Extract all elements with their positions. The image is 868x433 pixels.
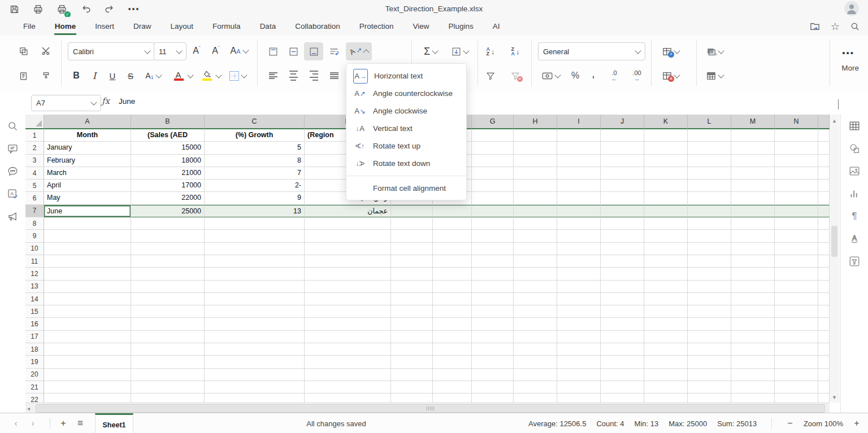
borders-button[interactable] [225, 67, 251, 84]
bold-button[interactable]: B [68, 67, 85, 84]
cell-I5[interactable] [557, 180, 601, 192]
cell-N15[interactable] [775, 305, 818, 318]
cell-E14[interactable] [391, 293, 433, 305]
chart-settings-button[interactable] [841, 182, 868, 205]
cell-M19[interactable] [731, 356, 775, 368]
cell-M18[interactable] [731, 343, 775, 356]
cell-A10[interactable] [44, 243, 131, 255]
cell-B16[interactable] [131, 318, 205, 330]
row-header-11[interactable]: 11 [25, 255, 44, 268]
cell-N20[interactable] [775, 369, 818, 381]
cell-name-box[interactable]: A7 [31, 95, 101, 111]
cell-B18[interactable] [131, 343, 205, 356]
cell-A7[interactable]: June [44, 205, 131, 217]
cell-A1[interactable]: Month [44, 129, 131, 142]
cell-H7[interactable] [514, 205, 557, 217]
user-avatar[interactable] [844, 1, 859, 16]
clear-filter-button[interactable]: ✕ [505, 67, 526, 84]
row-header-2[interactable]: 2 [25, 142, 44, 154]
cell-K16[interactable] [644, 318, 688, 330]
menu-item-horizontal-text[interactable]: A→Horizontal text [346, 67, 466, 85]
cell-K8[interactable] [644, 217, 688, 230]
cell-partial-r13[interactable] [818, 281, 830, 293]
cell-partial-r12[interactable] [818, 268, 830, 280]
align-middle-button[interactable] [284, 42, 303, 60]
cell-D22[interactable] [305, 393, 391, 403]
cell-L14[interactable] [688, 293, 731, 305]
cell-M6[interactable] [731, 192, 775, 204]
cell-H1[interactable] [514, 129, 557, 142]
menu-item-rotate-text-up[interactable]: A↑Rotate text up [346, 137, 466, 155]
zoom-out-button[interactable]: − [785, 418, 795, 428]
cell-B10[interactable] [131, 243, 205, 255]
cell-G8[interactable] [472, 217, 514, 230]
menu-item-vertical-text[interactable]: ↓AVertical text [346, 120, 466, 137]
cell-J15[interactable] [601, 305, 644, 318]
cell-D13[interactable] [305, 281, 391, 293]
cell-L15[interactable] [688, 305, 731, 318]
cell-M20[interactable] [731, 369, 775, 381]
column-header-M[interactable]: M [731, 115, 775, 129]
cell-L21[interactable] [688, 381, 731, 393]
cell-H6[interactable] [514, 192, 557, 204]
fill-down-button[interactable] [446, 42, 474, 60]
search-panel-button[interactable] [0, 115, 25, 137]
cell-H5[interactable] [514, 180, 557, 192]
cell-L9[interactable] [688, 230, 731, 242]
align-right-button[interactable] [304, 67, 323, 84]
cell-F17[interactable] [433, 331, 472, 343]
save-button[interactable] [7, 2, 21, 16]
cell-K12[interactable] [644, 268, 688, 280]
copy-button[interactable] [15, 42, 32, 59]
cell-E7[interactable] [391, 205, 433, 217]
cell-partial-r14[interactable] [818, 293, 830, 305]
cell-K13[interactable] [644, 281, 688, 293]
cell-N14[interactable] [775, 293, 818, 305]
decrease-font-size-button[interactable]: Aˇ [207, 42, 225, 59]
sort-ascending-button[interactable]: AZ↓ [480, 42, 501, 60]
cell-K10[interactable] [644, 243, 688, 255]
cell-H14[interactable] [514, 293, 557, 305]
cell-N7[interactable] [775, 205, 818, 217]
cell-J3[interactable] [601, 155, 644, 167]
redo-button[interactable] [102, 2, 116, 16]
cell-C12[interactable] [205, 268, 305, 280]
cell-G1[interactable] [472, 129, 514, 142]
cell-D12[interactable] [305, 268, 391, 280]
cell-H12[interactable] [514, 268, 557, 280]
zoom-level[interactable]: Zoom 100% [804, 419, 843, 428]
cell-F16[interactable] [433, 318, 472, 330]
cell-A4[interactable]: March [44, 167, 131, 180]
cell-D21[interactable] [305, 381, 391, 393]
cell-J21[interactable] [601, 381, 644, 393]
cell-K20[interactable] [644, 369, 688, 381]
cell-partial-r6[interactable] [818, 192, 830, 204]
favorite-star-button[interactable]: ☆ [831, 20, 840, 33]
cell-N22[interactable] [775, 393, 818, 403]
cell-K1[interactable] [644, 129, 688, 142]
cell-G12[interactable] [472, 268, 514, 280]
cell-G2[interactable] [472, 142, 514, 154]
tab-protection[interactable]: Protection [352, 17, 401, 36]
row-header-18[interactable]: 18 [25, 343, 44, 356]
select-all-corner[interactable] [25, 115, 44, 129]
accounting-style-button[interactable] [538, 67, 564, 84]
cell-partial-r2[interactable] [818, 142, 830, 154]
cell-partial-r16[interactable] [818, 318, 830, 330]
cell-C3[interactable]: 8 [205, 155, 305, 167]
cell-B19[interactable] [131, 356, 205, 368]
tab-data[interactable]: Data [253, 17, 284, 36]
cut-button[interactable] [37, 42, 54, 59]
cell-E11[interactable] [391, 255, 433, 268]
cell-partial-r17[interactable] [818, 331, 830, 343]
cell-L19[interactable] [688, 356, 731, 368]
cell-L7[interactable] [688, 205, 731, 217]
cell-K3[interactable] [644, 155, 688, 167]
cell-C19[interactable] [205, 356, 305, 368]
cell-J7[interactable] [601, 205, 644, 217]
font-color-button[interactable]: A [168, 67, 196, 84]
cell-L18[interactable] [688, 343, 731, 356]
cell-D10[interactable] [305, 243, 391, 255]
column-header-L[interactable]: L [688, 115, 731, 129]
cell-A22[interactable] [44, 393, 131, 403]
